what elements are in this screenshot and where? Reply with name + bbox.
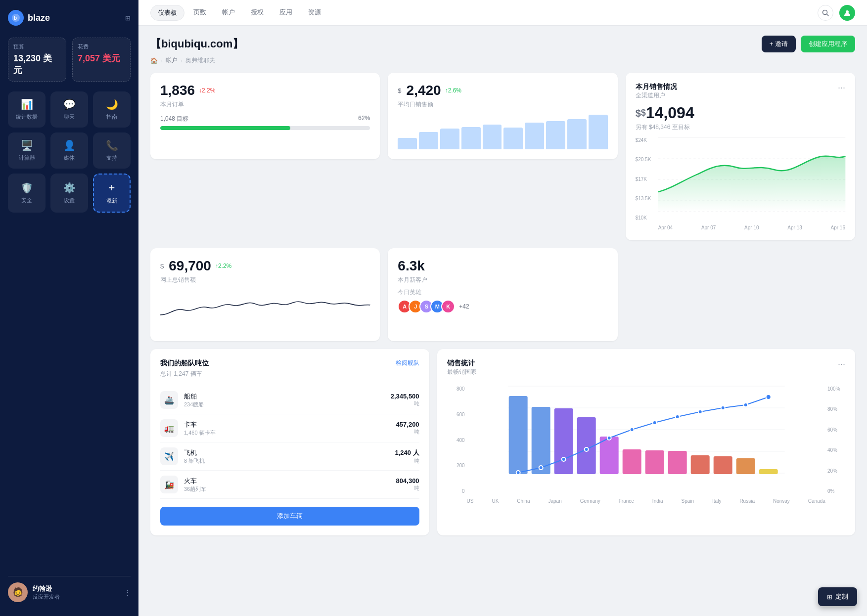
breadcrumb-accounts[interactable]: 帐户 — [166, 56, 178, 65]
tab-dashboard[interactable]: 仪表板 — [150, 5, 184, 21]
nav-label-support: 支持 — [106, 154, 117, 162]
bar-russia — [713, 456, 732, 474]
dot-russia — [721, 406, 725, 410]
bar-us — [508, 396, 527, 474]
orders-header: 1,836 ↓2.2% — [160, 83, 370, 98]
fleet-amount-plane: 1,240 人 — [395, 448, 419, 457]
bar-7 — [525, 123, 544, 149]
dot-norway — [743, 403, 747, 407]
nav-item-calc[interactable]: 🖥️ 计算器 — [8, 132, 46, 169]
nav-label-chat: 聊天 — [64, 113, 75, 121]
monthly-sales-card: 本月销售情况 全渠道用户 ··· $14,094 另有 $48,346 至目标 … — [626, 73, 855, 240]
new-cust-value: 6.3k — [398, 258, 425, 274]
user-info: 约翰逊 反应开发者 — [33, 584, 124, 601]
fleet-info-train: 火车 36趟列车 — [184, 477, 396, 493]
hero-avatars: A J S M K +42 — [398, 300, 607, 313]
dot-spain — [675, 415, 679, 419]
progress-bar — [160, 126, 370, 130]
budget-card: 预算 13,230 美元 — [8, 38, 66, 82]
nav-item-security[interactable]: 🛡️ 安全 — [8, 174, 46, 213]
fleet-info-truck: 卡车 1,460 辆卡车 — [184, 420, 396, 437]
tab-auth[interactable]: 授权 — [244, 5, 271, 21]
tab-accounts[interactable]: 帐户 — [215, 5, 242, 21]
chat-icon: 💬 — [63, 98, 76, 110]
sales-combo-chart — [467, 386, 825, 495]
fleet-value-train: 804,300 吨 — [396, 477, 419, 492]
bar-8 — [546, 121, 565, 149]
nav-item-stats[interactable]: 📊 统计数据 — [8, 91, 46, 128]
total-sales-value: 69,700 — [169, 258, 211, 274]
monthly-chart-container: $24K $20.5K $17K $13.5K $10K — [636, 137, 845, 230]
progress-target: 1,048 目标 — [160, 115, 188, 123]
bar-spain — [668, 451, 686, 474]
y-axis-labels: $24K $20.5K $17K $13.5K $10K — [636, 137, 651, 220]
sales-chart-container: 800 600 400 200 0 100% 80% 60% 40% 20% 0… — [447, 386, 845, 504]
sales-stats-header: 销售统计 最畅销国家 ··· — [447, 359, 845, 382]
fleet-unit-truck: 吨 — [396, 428, 419, 436]
create-app-button[interactable]: 创建应用程序 — [801, 36, 855, 52]
tab-resources[interactable]: 资源 — [301, 5, 328, 21]
total-sales-card: $ 69,700 ↑2.2% 网上总销售额 — [150, 248, 380, 341]
support-icon: 📞 — [106, 139, 118, 151]
page-content: 【biqubiqu.com】 + 邀请 创建应用程序 🏠 › 帐户 › 奥弗维耶… — [138, 26, 867, 616]
fleet-name-ship: 船舶 — [184, 392, 391, 401]
tab-apps[interactable]: 应用 — [273, 5, 299, 21]
invite-button[interactable]: + 邀请 — [762, 36, 796, 52]
tab-pages[interactable]: 页数 — [186, 5, 213, 21]
budget-value: 13,230 美元 — [13, 52, 61, 76]
sidebar-settings-icon[interactable]: ⊞ — [125, 14, 131, 22]
fleet-link[interactable]: 检阅舰队 — [396, 359, 419, 367]
nav-item-settings[interactable]: ⚙️ 设置 — [50, 174, 88, 213]
add-vehicle-button[interactable]: 添加车辆 — [160, 507, 419, 526]
avg-sales-header: $ 2,420 ↑2.6% — [398, 83, 607, 98]
stats-row-2: $ 69,700 ↑2.2% 网上总销售额 6.3k 本月新客户 — [150, 248, 855, 341]
add-icon: + — [109, 181, 115, 194]
nav-item-add[interactable]: + 添新 — [93, 174, 131, 213]
expense-label: 花费 — [78, 43, 125, 50]
new-customers-card: 6.3k 本月新客户 今日英雄 A J S M K +42 — [388, 248, 617, 341]
fleet-value-ship: 2,345,500 吨 — [391, 393, 419, 407]
settings-icon: ⚙️ — [63, 182, 76, 194]
page-header: 【biqubiqu.com】 + 邀请 创建应用程序 — [150, 36, 855, 52]
nav-grid: 📊 统计数据 💬 聊天 🌙 指南 🖥️ 计算器 👤 媒体 📞 支持 🛡️ 安全 — [8, 91, 131, 576]
truck-icon: 🚛 — [160, 419, 178, 437]
top-user-avatar[interactable] — [839, 5, 855, 21]
monthly-sales-note: 另有 $48,346 至目标 — [636, 123, 845, 132]
orders-card: 1,836 ↓2.2% 本月订单 1,048 目标 62% — [150, 73, 380, 159]
monthly-more-btn[interactable]: ··· — [838, 83, 845, 93]
sales-stats-title: 销售统计 — [447, 359, 477, 368]
breadcrumb-home: 🏠 — [150, 57, 158, 64]
hero-avatar-5: K — [441, 300, 455, 313]
orders-value: 1,836 — [160, 83, 195, 98]
sales-stats-more-btn[interactable]: ··· — [838, 359, 845, 369]
nav-item-guide[interactable]: 🌙 指南 — [93, 91, 131, 128]
dot-india — [652, 421, 656, 425]
dollar-prefix: $ — [641, 108, 646, 118]
total-sales-trend: ↑2.2% — [215, 263, 231, 269]
fleet-unit-train: 吨 — [396, 484, 419, 492]
nav-item-media[interactable]: 👤 媒体 — [50, 132, 88, 169]
monthly-sales-subtitle: 全渠道用户 — [636, 91, 677, 100]
fleet-info-plane: 飞机 8 架飞机 — [184, 448, 395, 465]
nav-item-chat[interactable]: 💬 聊天 — [50, 91, 88, 128]
security-icon: 🛡️ — [21, 182, 33, 194]
stats-icon: 📊 — [21, 98, 33, 110]
user-more-icon[interactable]: ⋮ — [124, 589, 131, 596]
fleet-card: 我们的船队吨位 检阅舰队 总计 1,247 辆车 🚢 船舶 234艘船 2,34… — [150, 349, 429, 535]
customize-button[interactable]: ⊞ 定制 — [818, 587, 857, 606]
fleet-name-truck: 卡车 — [184, 420, 396, 429]
page-title: 【biqubiqu.com】 — [150, 37, 243, 51]
search-button[interactable] — [818, 5, 833, 21]
hero-section: 今日英雄 A J S M K +42 — [398, 288, 607, 313]
fleet-unit-plane: 吨 — [395, 457, 419, 465]
fleet-count-ship: 234艘船 — [184, 401, 391, 408]
budget-cards: 预算 13,230 美元 花费 7,057 美元 — [8, 38, 131, 82]
bar-4 — [461, 127, 481, 150]
nav-item-support[interactable]: 📞 支持 — [93, 132, 131, 169]
train-icon: 🚂 — [160, 476, 178, 493]
sidebar: b blaze ⊞ 预算 13,230 美元 花费 7,057 美元 📊 统计数… — [0, 0, 138, 616]
fleet-amount-ship: 2,345,500 — [391, 393, 419, 400]
breadcrumb: 🏠 › 帐户 › 奥弗维耶夫 — [150, 56, 855, 65]
avg-sales-label: 平均日销售额 — [398, 100, 607, 109]
logo-icon: b — [8, 10, 24, 26]
